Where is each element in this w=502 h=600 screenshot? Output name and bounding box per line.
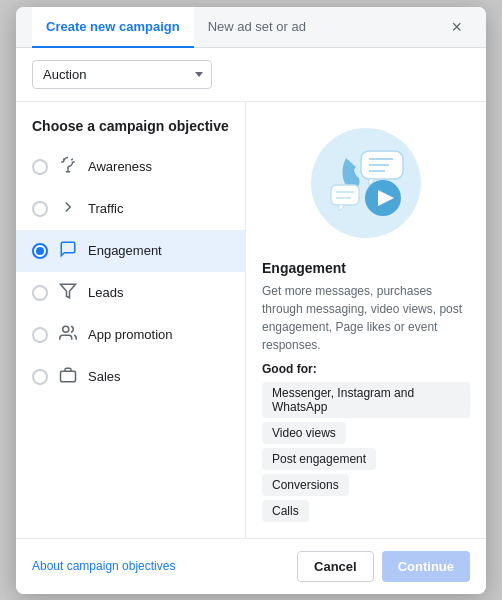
leads-icon <box>58 282 78 304</box>
about-objectives-link[interactable]: About campaign objectives <box>32 559 175 573</box>
radio-sales <box>32 369 48 385</box>
close-button[interactable]: × <box>443 14 470 40</box>
svg-rect-2 <box>61 371 76 382</box>
radio-awareness <box>32 159 48 175</box>
radio-traffic <box>32 201 48 217</box>
objective-item-sales[interactable]: Sales <box>16 356 245 398</box>
dropdown-row: Auction Reach and frequency <box>16 48 486 102</box>
svg-rect-11 <box>331 185 359 205</box>
continue-button: Continue <box>382 551 470 582</box>
app-promotion-icon <box>58 324 78 346</box>
tab-bar: Create new campaign New ad set or ad × <box>16 7 486 48</box>
engagement-label: Engagement <box>88 243 162 258</box>
cancel-button[interactable]: Cancel <box>297 551 374 582</box>
traffic-label: Traffic <box>88 201 123 216</box>
tag-messenger: Messenger, Instagram and WhatsApp <box>262 382 470 418</box>
radio-app-promotion <box>32 327 48 343</box>
tag-calls: Calls <box>262 500 309 522</box>
footer-buttons: Cancel Continue <box>297 551 470 582</box>
objective-item-leads[interactable]: Leads <box>16 272 245 314</box>
campaign-dialog: Create new campaign New ad set or ad × A… <box>16 7 486 594</box>
radio-engagement <box>32 243 48 259</box>
tag-conversions: Conversions <box>262 474 349 496</box>
objective-item-awareness[interactable]: Awareness <box>16 146 245 188</box>
traffic-icon <box>58 198 78 220</box>
tag-video-views: Video views <box>262 422 346 444</box>
awareness-label: Awareness <box>88 159 152 174</box>
dialog-body: Choose a campaign objective Awareness <box>16 102 486 538</box>
svg-point-3 <box>311 128 421 238</box>
tab-new-ad-set[interactable]: New ad set or ad <box>194 7 320 48</box>
sales-icon <box>58 366 78 388</box>
tab-create-campaign[interactable]: Create new campaign <box>32 7 194 48</box>
tag-list: Messenger, Instagram and WhatsApp Video … <box>262 382 470 522</box>
left-panel: Choose a campaign objective Awareness <box>16 102 246 538</box>
sales-label: Sales <box>88 369 121 384</box>
engagement-illustration <box>262 118 470 248</box>
svg-marker-0 <box>61 284 76 298</box>
detail-description-block: Engagement Get more messages, purchases … <box>262 260 470 522</box>
objective-item-app-promotion[interactable]: App promotion <box>16 314 245 356</box>
awareness-icon <box>58 156 78 178</box>
detail-description: Get more messages, purchases through mes… <box>262 282 470 354</box>
app-promotion-label: App promotion <box>88 327 173 342</box>
auction-dropdown[interactable]: Auction Reach and frequency <box>32 60 212 89</box>
leads-label: Leads <box>88 285 123 300</box>
tag-post-engagement: Post engagement <box>262 448 376 470</box>
svg-point-1 <box>63 326 69 332</box>
radio-leads <box>32 285 48 301</box>
engagement-icon <box>58 240 78 262</box>
dialog-footer: About campaign objectives Cancel Continu… <box>16 538 486 594</box>
objective-item-traffic[interactable]: Traffic <box>16 188 245 230</box>
objective-item-engagement[interactable]: Engagement <box>16 230 245 272</box>
good-for-label: Good for: <box>262 362 470 376</box>
right-panel: Engagement Get more messages, purchases … <box>246 102 486 538</box>
section-title: Choose a campaign objective <box>16 118 245 146</box>
detail-title: Engagement <box>262 260 470 276</box>
